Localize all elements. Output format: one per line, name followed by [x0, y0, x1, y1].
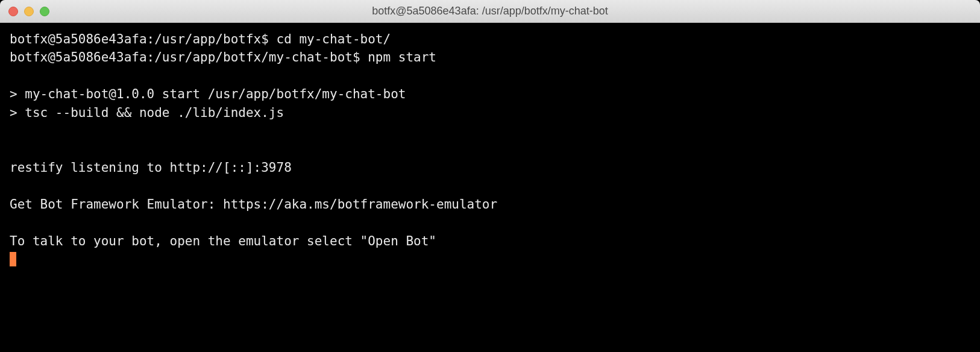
minimize-icon[interactable]: [24, 7, 34, 16]
window-title: botfx@5a5086e43afa: /usr/app/botfx/my-ch…: [372, 5, 608, 17]
cursor-icon: [10, 252, 16, 266]
close-icon[interactable]: [8, 7, 18, 16]
terminal-line: [10, 177, 970, 195]
terminal-line: restify listening to http://[::]:3978: [10, 159, 970, 177]
terminal-output[interactable]: botfx@5a5086e43afa:/usr/app/botfx$ cd my…: [0, 23, 980, 352]
terminal-window: botfx@5a5086e43afa: /usr/app/botfx/my-ch…: [0, 0, 980, 352]
terminal-line: botfx@5a5086e43afa:/usr/app/botfx$ cd my…: [10, 30, 970, 48]
terminal-cursor-line: [10, 250, 970, 268]
window-controls: [8, 7, 49, 16]
terminal-line: To talk to your bot, open the emulator s…: [10, 232, 970, 250]
terminal-line: [10, 67, 970, 85]
terminal-line: > my-chat-bot@1.0.0 start /usr/app/botfx…: [10, 85, 970, 103]
terminal-line: > tsc --build && node ./lib/index.js: [10, 104, 970, 122]
terminal-line: [10, 122, 970, 140]
maximize-icon[interactable]: [40, 7, 49, 16]
terminal-line: Get Bot Framework Emulator: https://aka.…: [10, 195, 970, 213]
terminal-line: botfx@5a5086e43afa:/usr/app/botfx/my-cha…: [10, 48, 970, 66]
window-titlebar[interactable]: botfx@5a5086e43afa: /usr/app/botfx/my-ch…: [0, 0, 980, 23]
terminal-line: [10, 213, 970, 231]
terminal-line: [10, 140, 970, 159]
